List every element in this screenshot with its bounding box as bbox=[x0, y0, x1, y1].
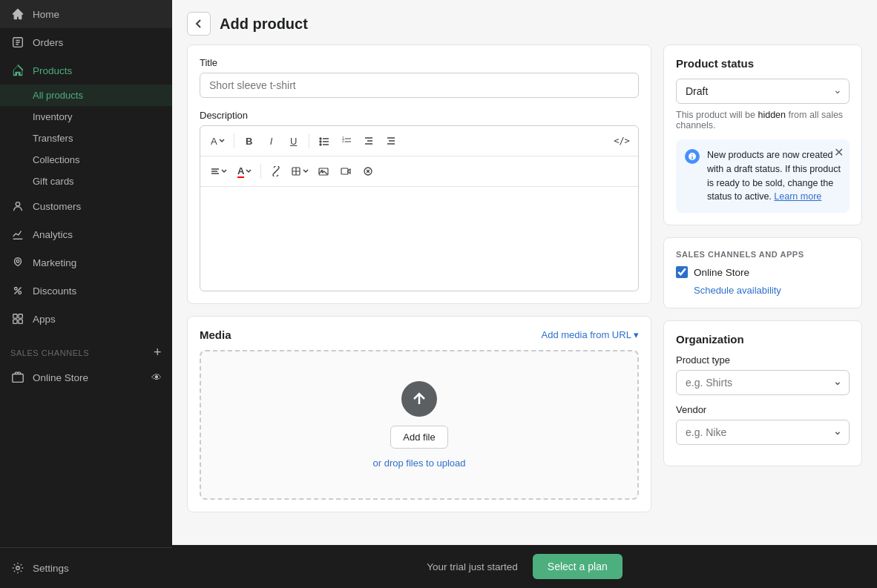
product-status-card: Product status Draft Active This product… bbox=[663, 44, 862, 225]
sidebar-subitem-gift-cards[interactable]: Gift cards bbox=[0, 171, 172, 192]
svg-point-15 bbox=[320, 144, 321, 145]
toolbar-underline-btn[interactable]: U bbox=[283, 131, 304, 151]
add-media-url-link[interactable]: Add media from URL ▾ bbox=[541, 329, 639, 340]
info-box-text: New products are now created with a draf… bbox=[707, 148, 841, 204]
toolbar-ul-btn[interactable] bbox=[314, 131, 335, 151]
analytics-icon bbox=[10, 227, 25, 242]
add-file-button[interactable]: Add file bbox=[390, 426, 447, 449]
organization-card: Organization Product type ⌄ Vendor bbox=[663, 320, 862, 466]
toolbar-align-btn[interactable] bbox=[206, 161, 231, 182]
toolbar-table-btn[interactable] bbox=[288, 161, 312, 182]
home-icon bbox=[10, 7, 25, 22]
sidebar-item-customers[interactable]: Customers bbox=[0, 192, 172, 220]
svg-rect-9 bbox=[13, 374, 23, 383]
sidebar: Home Orders Products All products Invent bbox=[0, 0, 172, 588]
sidebar-item-discounts-label: Discounts bbox=[33, 285, 76, 297]
sidebar-subitem-all-products[interactable]: All products bbox=[0, 85, 172, 106]
description-toolbar-row1: A B I U bbox=[200, 126, 638, 156]
select-plan-button[interactable]: Select a plan bbox=[533, 554, 623, 579]
online-store-checkbox[interactable] bbox=[676, 266, 688, 278]
toolbar-italic-btn[interactable]: I bbox=[261, 131, 282, 151]
sidebar-bottom: Settings bbox=[0, 547, 172, 588]
page-header: Add product bbox=[172, 0, 877, 44]
sidebar-item-orders[interactable]: Orders bbox=[0, 28, 172, 56]
svg-rect-7 bbox=[13, 320, 17, 323]
media-card: Media Add media from URL ▾ Add file or d… bbox=[187, 316, 651, 512]
info-icon bbox=[685, 149, 700, 164]
add-sales-channel-icon[interactable]: + bbox=[154, 345, 162, 360]
sidebar-item-settings-label: Settings bbox=[33, 563, 69, 574]
sidebar-item-settings[interactable]: Settings bbox=[0, 554, 172, 582]
toolbar-video-btn[interactable] bbox=[335, 161, 356, 182]
sidebar-item-home[interactable]: Home bbox=[0, 0, 172, 28]
toolbar-font-btn[interactable]: A bbox=[206, 131, 229, 151]
right-column: Product status Draft Active This product… bbox=[663, 44, 862, 530]
sidebar-item-analytics[interactable]: Analytics bbox=[0, 220, 172, 248]
toolbar-text-color-btn[interactable]: A bbox=[233, 161, 256, 182]
description-editor[interactable] bbox=[200, 187, 638, 291]
online-store-visibility-icon[interactable]: 👁 bbox=[151, 371, 162, 383]
learn-more-link[interactable]: Learn more bbox=[774, 191, 821, 202]
info-box: New products are now created with a draf… bbox=[676, 139, 850, 213]
sidebar-item-online-store-label: Online Store bbox=[33, 372, 88, 383]
vendor-input[interactable] bbox=[676, 420, 850, 445]
vendor-label: Vendor bbox=[676, 404, 850, 415]
apps-icon bbox=[10, 311, 25, 326]
customers-icon bbox=[10, 199, 25, 214]
toolbar-indent-left-btn[interactable] bbox=[358, 131, 379, 151]
bottom-bar: Your trial just started Select a plan bbox=[172, 545, 877, 588]
sidebar-subitem-inventory[interactable]: Inventory bbox=[0, 106, 172, 128]
svg-point-2 bbox=[16, 260, 19, 262]
online-store-icon bbox=[10, 370, 25, 385]
orders-icon bbox=[10, 35, 25, 50]
status-hint: This product will be hidden from all sal… bbox=[676, 110, 850, 131]
title-input[interactable] bbox=[200, 73, 639, 98]
page-title: Add product bbox=[220, 16, 308, 33]
sidebar-item-analytics-label: Analytics bbox=[33, 229, 73, 240]
product-details-card: Title Description A B I bbox=[187, 44, 651, 304]
toolbar-divider3 bbox=[260, 164, 261, 179]
media-drop-zone[interactable]: Add file or drop files to upload bbox=[200, 350, 639, 500]
hidden-word: hidden bbox=[758, 110, 786, 120]
sidebar-item-products[interactable]: Products bbox=[0, 56, 172, 85]
back-button[interactable] bbox=[187, 12, 211, 36]
title-label: Title bbox=[200, 57, 639, 68]
schedule-availability-link[interactable]: Schedule availability bbox=[694, 285, 781, 296]
vendor-select-wrapper: ⌄ bbox=[676, 420, 850, 445]
marketing-icon bbox=[10, 255, 25, 270]
sidebar-subitem-transfers[interactable]: Transfers bbox=[0, 128, 172, 149]
sidebar-subitem-collections[interactable]: Collections bbox=[0, 149, 172, 171]
product-type-input[interactable] bbox=[676, 370, 850, 395]
sidebar-item-apps-label: Apps bbox=[33, 314, 56, 325]
sidebar-item-discounts[interactable]: Discounts bbox=[0, 277, 172, 305]
toolbar-divider2 bbox=[309, 133, 309, 148]
main-content: Add product Title Description bbox=[172, 0, 877, 588]
toolbar-clear-btn[interactable] bbox=[358, 161, 378, 182]
svg-rect-5 bbox=[13, 314, 17, 318]
online-store-checkbox-row: Online Store bbox=[676, 266, 850, 278]
toolbar-image-btn[interactable] bbox=[313, 161, 334, 182]
media-header: Media Add media from URL ▾ bbox=[200, 328, 639, 341]
svg-rect-8 bbox=[19, 320, 22, 323]
sidebar-item-online-store[interactable]: Online Store 👁 bbox=[0, 363, 172, 392]
close-info-button[interactable]: ✕ bbox=[834, 145, 844, 159]
svg-rect-6 bbox=[19, 314, 22, 318]
sidebar-item-customers-label: Customers bbox=[33, 201, 81, 212]
toolbar-code-btn[interactable]: </> bbox=[611, 131, 632, 151]
sales-channels-section-header: SALES CHANNELS + bbox=[0, 333, 172, 363]
toolbar-bold-btn[interactable]: B bbox=[239, 131, 260, 151]
toolbar-indent-right-btn[interactable] bbox=[381, 131, 401, 151]
sidebar-item-apps[interactable]: Apps bbox=[0, 305, 172, 333]
content-area: Title Description A B I bbox=[172, 44, 877, 545]
toolbar-link-btn[interactable] bbox=[266, 161, 286, 182]
product-type-select-wrapper: ⌄ bbox=[676, 370, 850, 395]
status-select[interactable]: Draft Active bbox=[676, 79, 850, 104]
svg-point-1 bbox=[16, 202, 19, 206]
sidebar-item-home-label: Home bbox=[33, 9, 59, 20]
toolbar-ol-btn[interactable]: 1. 2. bbox=[336, 131, 357, 151]
toolbar-divider1 bbox=[234, 133, 234, 148]
sidebar-item-marketing[interactable]: Marketing bbox=[0, 248, 172, 277]
organization-title: Organization bbox=[676, 333, 850, 346]
sidebar-item-marketing-label: Marketing bbox=[33, 257, 76, 268]
left-column: Title Description A B I bbox=[187, 44, 651, 530]
